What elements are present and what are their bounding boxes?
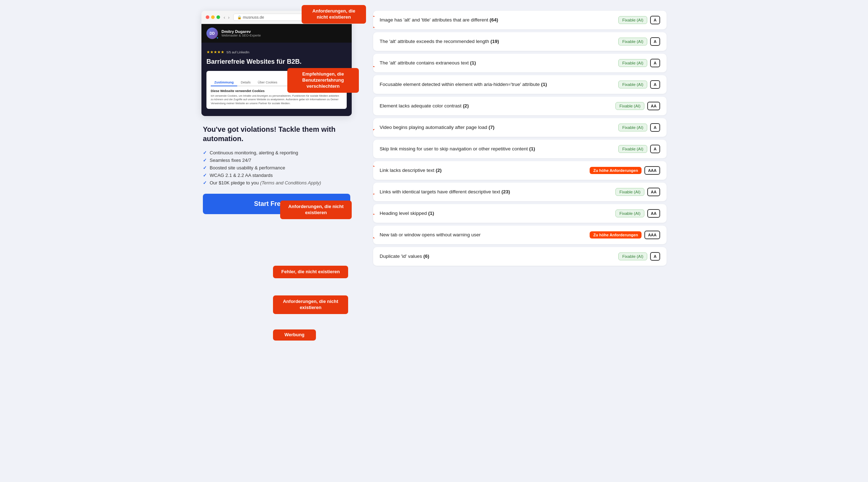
cookie-tab-zustimmung[interactable]: Zustimmung — [211, 79, 237, 86]
violation-badges-10: Fixable (AI) AA — [615, 209, 660, 218]
right-panel-wrapper: Anforderungen, die nicht existieren Empf… — [373, 11, 667, 266]
cookie-tab-uber[interactable]: Über Cookies — [254, 79, 281, 86]
avatar-initials: DD — [210, 32, 215, 35]
violation-badges-11: Zu höhe Anforderungen AAA — [590, 231, 660, 239]
violation-badges-6: Fixable (AI) A — [618, 123, 660, 132]
checklist-item-1: ✓ Continuous monitoring, alerting & repo… — [203, 149, 350, 156]
author-title: Webmaster & SEO-Experte — [221, 34, 261, 37]
violation-count-12: (6) — [423, 254, 429, 259]
level-badge-4: A — [650, 80, 660, 89]
callout-empfehlungen: Empfehlungen, dieBenutzererfahrungversch… — [287, 68, 359, 93]
violation-row-12: Duplicate 'id' values (6) Fixable (AI) A — [373, 247, 667, 266]
violation-row-6: Video begins playing automatically after… — [373, 118, 667, 137]
callout-anforderungen-3: Anforderungen, die nichtexistieren — [280, 201, 352, 219]
violation-row-2: The 'alt' attribute exceeds the recommen… — [373, 32, 667, 51]
violation-count-8: (2) — [436, 168, 442, 173]
violation-text-11: New tab or window opens without warning … — [380, 232, 585, 238]
zu-hohe-badge-8: Zu höhe Anforderungen — [590, 167, 642, 174]
dot-red[interactable] — [206, 15, 209, 19]
level-badge-12: A — [650, 252, 660, 261]
violation-count-1: (64) — [489, 17, 498, 23]
main-container: ‹ › 🔒 musnuss.de ↻ ⬆ + DD — [201, 11, 667, 266]
level-badge-10: AA — [647, 209, 660, 218]
url-text: musnuss.de — [243, 15, 264, 19]
fixable-badge-3: Fixable (AI) — [618, 59, 647, 67]
violation-text-5: Element lacks adequate color contrast (2… — [380, 103, 611, 110]
stars-row: ★★★★★ 5/5 auf LinkedIn — [206, 50, 347, 54]
lock-icon: 🔒 — [237, 15, 242, 19]
callout-anforderungen-1: Anforderungen, die nicht existieren — [302, 5, 366, 24]
violations-list: Image has 'alt' and 'title' attributes t… — [373, 11, 667, 266]
callout-fehler: Fehler, die nicht existieren — [273, 266, 348, 278]
fixable-badge-6: Fixable (AI) — [618, 124, 647, 131]
violation-text-6: Video begins playing automatically after… — [380, 124, 614, 131]
violation-row-11: New tab or window opens without warning … — [373, 226, 667, 244]
violation-badges-5: Fixable (AI) AA — [615, 102, 660, 110]
site-header: DD Dmitry Dugarev Webmaster & SEO-Expert… — [201, 24, 352, 43]
left-panel: ‹ › 🔒 musnuss.de ↻ ⬆ + DD — [201, 11, 352, 214]
level-badge-8: AAA — [644, 166, 660, 175]
callout-anforderungen-5: Anforderungen, die nichtexistieren — [273, 295, 348, 314]
level-badge-1: A — [650, 16, 660, 24]
checklist-item-5: ✓ Our $10K pledge to you (Terms and Cond… — [203, 179, 350, 187]
browser-nav: ‹ › — [224, 15, 230, 20]
violation-text-8: Link lacks descriptive text (2) — [380, 167, 585, 174]
check-icon-1: ✓ — [203, 150, 207, 155]
violation-text-2: The 'alt' attribute exceeds the recommen… — [380, 38, 614, 45]
violation-count-9: (23) — [501, 189, 510, 194]
stars: ★★★★★ — [206, 50, 224, 54]
nav-back[interactable]: ‹ — [224, 15, 225, 20]
cookie-text: Ich verwende Cookies, um Inhalte und Anz… — [211, 94, 342, 106]
violation-text-7: Skip link missing for user to skip navig… — [380, 146, 614, 153]
violation-badges-2: Fixable (AI) A — [618, 37, 660, 46]
checklist-text-5: Our $10K pledge to you (Terms and Condit… — [210, 180, 321, 185]
violation-text-1: Image has 'alt' and 'title' attributes t… — [380, 17, 614, 24]
violation-row-9: Links with identical targets have differ… — [373, 183, 667, 201]
fixable-badge-5: Fixable (AI) — [615, 102, 644, 110]
checklist-text-4: WCAG 2.1 & 2.2 AA standards — [210, 173, 273, 178]
level-badge-7: A — [650, 145, 660, 153]
dot-yellow[interactable] — [211, 15, 215, 19]
checklist-text-2: Seamless fixes 24/7 — [210, 158, 251, 163]
violation-count-2: (19) — [491, 39, 499, 44]
checklist-item-4: ✓ WCAG 2.1 & 2.2 AA standards — [203, 172, 350, 179]
violation-count-10: (1) — [428, 211, 434, 216]
violation-text-10: Heading level skipped (1) — [380, 210, 611, 217]
violation-text-12: Duplicate 'id' values (6) — [380, 253, 614, 260]
violation-badges-12: Fixable (AI) A — [618, 252, 660, 261]
violation-text-9: Links with identical targets have differ… — [380, 189, 611, 196]
violation-row-7: Skip link missing for user to skip navig… — [373, 140, 667, 158]
dot-green[interactable] — [216, 15, 220, 19]
check-icon-3: ✓ — [203, 165, 207, 170]
callout-werbung: Werbung — [273, 329, 316, 341]
cookie-tab-details[interactable]: Details — [237, 79, 254, 86]
fixable-badge-10: Fixable (AI) — [615, 209, 644, 217]
violation-row-5: Element lacks adequate color contrast (2… — [373, 97, 667, 115]
fixable-badge-2: Fixable (AI) — [618, 38, 647, 45]
violation-row-3: The 'alt' attribute contains extraneous … — [373, 54, 667, 72]
nav-forward[interactable]: › — [228, 15, 229, 20]
violation-badges-1: Fixable (AI) A — [618, 16, 660, 24]
violation-count-6: (7) — [488, 125, 494, 130]
check-icon-5: ✓ — [203, 180, 207, 185]
violation-badges-4: Fixable (AI) A — [618, 80, 660, 89]
stars-label: 5/5 auf LinkedIn — [226, 50, 249, 54]
checklist: ✓ Continuous monitoring, alerting & repo… — [203, 149, 350, 187]
violation-count-3: (1) — [470, 60, 476, 66]
checklist-text-1: Continuous monitoring, alerting & report… — [210, 150, 298, 155]
violation-badges-7: Fixable (AI) A — [618, 145, 660, 153]
level-badge-6: A — [650, 123, 660, 132]
level-badge-3: A — [650, 59, 660, 67]
violation-badges-9: Fixable (AI) AA — [615, 188, 660, 196]
level-badge-5: AA — [647, 102, 660, 110]
checklist-item-2: ✓ Seamless fixes 24/7 — [203, 156, 350, 164]
violation-row-4: Focusable element detected within elemen… — [373, 75, 667, 94]
fixable-badge-4: Fixable (AI) — [618, 81, 647, 88]
violations-title: You've got violations! Tackle them with … — [203, 125, 350, 143]
checklist-text-3: Boosted site usability & performance — [210, 165, 285, 170]
violation-text-4: Focusable element detected within elemen… — [380, 81, 614, 88]
violation-count-7: (1) — [529, 146, 535, 151]
fixable-badge-1: Fixable (AI) — [618, 16, 647, 24]
zu-hohe-badge-11: Zu höhe Anforderungen — [590, 231, 642, 238]
fixable-badge-7: Fixable (AI) — [618, 145, 647, 153]
